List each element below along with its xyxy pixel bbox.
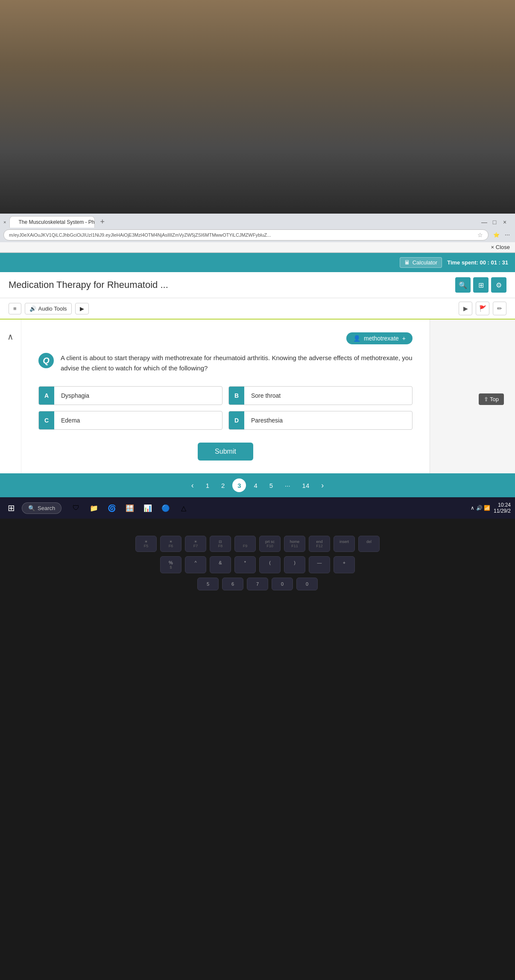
key-f10-prtsc[interactable]: prt sc F10 <box>259 536 281 552</box>
answer-option-d[interactable]: D Paresthesia <box>228 411 413 430</box>
quiz-title-bar: Medication Therapy for Rheumatoid ... 🔍 … <box>0 272 515 298</box>
key-f11-home[interactable]: home F11 <box>284 536 305 552</box>
layout-icon-btn[interactable]: ⊞ <box>473 277 489 293</box>
page-btn-2[interactable]: 2 <box>217 480 229 491</box>
menu-button[interactable]: ≡ <box>9 303 21 314</box>
key-del[interactable]: del <box>358 536 380 552</box>
calculator-button[interactable]: 🖩 Calculator <box>400 257 442 268</box>
quiz-content-wrapper: ∧ 👤 methotrexate + Q <box>0 320 515 473</box>
taskbar-app-office[interactable]: 📊 <box>140 500 155 516</box>
date: 11/29/2 <box>494 508 511 514</box>
answer-option-b[interactable]: B Sore throat <box>228 386 413 405</box>
methotrexate-pill[interactable]: 👤 methotrexate + <box>346 332 413 344</box>
audio-tools-label: Audio Tools <box>38 305 67 312</box>
key-percent[interactable]: % $ <box>160 556 181 573</box>
key-minus[interactable]: — <box>309 556 330 573</box>
key-plus[interactable]: + <box>334 556 355 573</box>
time: 10:24 <box>494 502 511 508</box>
page-btn-14[interactable]: 14 <box>298 480 314 491</box>
play-button[interactable]: ▶ <box>75 303 89 314</box>
tab-x-prefix: × <box>3 220 6 225</box>
answer-text-b: Sore throat <box>244 392 287 399</box>
taskbar-app-store[interactable]: 🪟 <box>122 500 138 516</box>
start-button[interactable]: ⊞ <box>4 501 18 515</box>
key-caret[interactable]: ^ <box>185 556 206 573</box>
key-rparen[interactable]: ) <box>284 556 305 573</box>
new-tab-button[interactable]: + <box>97 217 108 226</box>
key-0a[interactable]: 0 <box>272 578 293 590</box>
submit-area: Submit <box>38 443 413 461</box>
key-f6[interactable]: ☀ F6 <box>160 536 181 552</box>
key-lparen[interactable]: ( <box>259 556 281 573</box>
taskbar-search[interactable]: 🔍 Search <box>22 502 61 514</box>
prev-page-button[interactable]: ‹ <box>187 479 198 492</box>
address-bar[interactable]: m/eyJ0eXAiOuJKV1QiLCJhbGciOiJIUzI1NiJ9.e… <box>3 229 489 241</box>
key-f9[interactable]: F9 <box>234 536 256 552</box>
settings-icon-btn[interactable]: ⚙ <box>491 277 506 293</box>
audio-tools-button[interactable]: 🔊 Audio Tools <box>25 303 72 314</box>
key-amp[interactable]: & <box>210 556 231 573</box>
time-display: Time spent: 00 : 01 : 31 <box>447 259 508 266</box>
key-star[interactable]: * <box>234 556 256 573</box>
key-0b[interactable]: 0 <box>296 578 318 590</box>
flag-btn[interactable]: 🚩 <box>476 302 489 315</box>
answer-label-c: C <box>39 411 54 429</box>
symbol-key-row: % $ ^ & * ( ) — + <box>9 556 506 573</box>
nav-up-arrow[interactable]: ∧ <box>4 328 17 345</box>
quiz-header: 🖩 Calculator Time spent: 00 : 01 : 31 <box>0 253 515 272</box>
page-btn-4[interactable]: 4 <box>249 480 261 491</box>
ext-icon-1[interactable]: ⭐ <box>492 231 500 239</box>
quiz-app: 🖩 Calculator Time spent: 00 : 01 : 31 Me… <box>0 253 515 497</box>
ext-icon-2[interactable]: ⋯ <box>503 231 512 239</box>
search-icon-btn[interactable]: 🔍 <box>455 277 471 293</box>
question-text: A client is about to start therapy with … <box>61 353 413 373</box>
speaker-icon: 🔊 <box>29 305 36 312</box>
page-btn-3-active[interactable]: 3 <box>232 478 246 492</box>
taskbar-app-edge[interactable]: 🌀 <box>104 500 120 516</box>
close-bar[interactable]: × Close <box>0 242 515 252</box>
answer-option-c[interactable]: C Edema <box>38 411 222 430</box>
answer-option-a[interactable]: A Dysphagia <box>38 386 222 405</box>
next-page-button[interactable]: › <box>317 479 328 492</box>
key-f5[interactable]: ☀ F5 <box>135 536 157 552</box>
quiz-main: 👤 methotrexate + Q A client is about to … <box>21 320 430 473</box>
taskbar-app-shield[interactable]: 🛡 <box>68 500 84 516</box>
address-text: m/eyJ0eXAiOuJKV1QiLCJhbGciOiJIUzI1NiJ9.e… <box>9 232 475 238</box>
pill-add-icon[interactable]: + <box>402 335 406 342</box>
key-f8[interactable]: ⊟ F8 <box>210 536 231 552</box>
page-btn-1[interactable]: 1 <box>202 480 214 491</box>
nav-forward-btn[interactable]: ▶ <box>459 302 472 315</box>
key-5[interactable]: 5 <box>197 578 219 590</box>
window-maximize-btn[interactable]: □ <box>491 219 498 226</box>
submit-button[interactable]: Submit <box>198 443 253 461</box>
page-btn-5[interactable]: 5 <box>265 480 277 491</box>
key-6[interactable]: 6 <box>222 578 243 590</box>
edit-btn[interactable]: ✏ <box>493 302 506 315</box>
pill-label: methotrexate <box>364 335 399 342</box>
quiz-header-right: 🖩 Calculator Time spent: 00 : 01 : 31 <box>400 257 508 268</box>
tab-bar: × The Musculoskeletal System - Ph × + — … <box>0 214 515 228</box>
num-key-row: 5 6 7 0 0 <box>9 578 506 590</box>
key-insert[interactable]: insert <box>334 536 355 552</box>
keyboard-area: ☀ F5 ☀ F6 ☀ F7 ⊟ F8 F9 prt sc F10 home F… <box>0 519 515 599</box>
search-icon: 🔍 <box>459 281 467 289</box>
key-f7[interactable]: ☀ F7 <box>185 536 206 552</box>
answer-grid: A Dysphagia B Sore throat C Edema D Pare… <box>38 386 413 430</box>
top-button[interactable]: ⇧ Top <box>479 393 504 405</box>
settings-icon: ⚙ <box>496 281 502 289</box>
key-f12-end[interactable]: end F12 <box>309 536 330 552</box>
taskbar-app-drive[interactable]: △ <box>176 500 191 516</box>
window-minimize-btn[interactable]: — <box>481 219 488 226</box>
browser-tab[interactable]: The Musculoskeletal System - Ph × <box>9 216 95 228</box>
window-close-btn[interactable]: × <box>501 219 508 226</box>
bookmark-icon[interactable]: ☆ <box>477 232 483 238</box>
extension-icons: ⭐ ⋯ <box>492 231 512 239</box>
taskbar-app-file[interactable]: 📁 <box>86 500 102 516</box>
fn-key-row: ☀ F5 ☀ F6 ☀ F7 ⊟ F8 F9 prt sc F10 home F… <box>9 536 506 552</box>
layout-icon: ⊞ <box>478 281 484 289</box>
key-7[interactable]: 7 <box>247 578 268 590</box>
answer-label-a: A <box>39 387 54 405</box>
toolbar-left: ≡ 🔊 Audio Tools ▶ <box>9 303 89 314</box>
close-label[interactable]: × Close <box>491 244 510 250</box>
taskbar-app-teams[interactable]: 🔵 <box>158 500 173 516</box>
